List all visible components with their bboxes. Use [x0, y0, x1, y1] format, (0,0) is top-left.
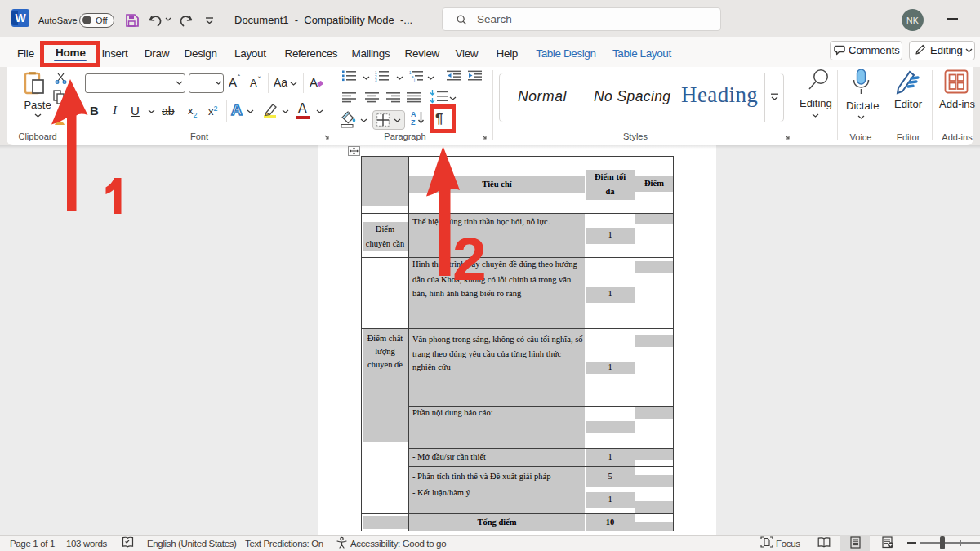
svg-text:2: 2: [452, 224, 487, 293]
